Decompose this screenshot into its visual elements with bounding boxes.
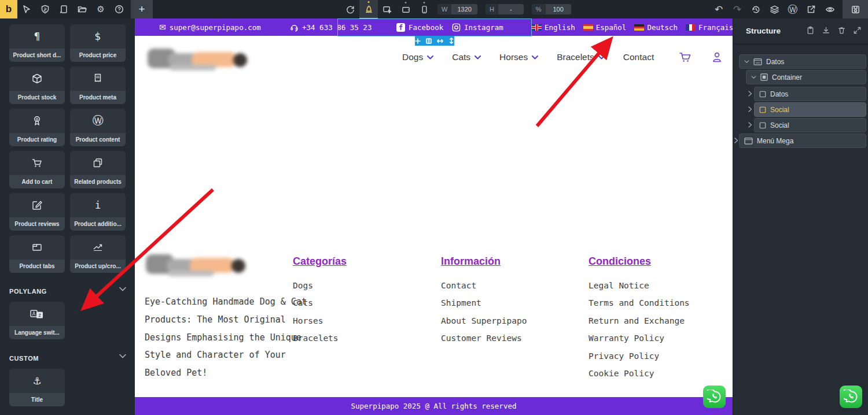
undo-icon[interactable]: ↶ — [709, 0, 728, 18]
tree-node-container[interactable]: Container — [746, 70, 866, 84]
footer-link[interactable]: Shipment — [441, 298, 481, 307]
footer-link[interactable]: Warranty Policy — [589, 334, 664, 343]
element-tile-add-to-cart[interactable]: Add to cart — [9, 151, 65, 188]
width-field[interactable]: W 1320 — [437, 4, 477, 14]
editor-canvas: ✉ super@superpipapo.com +34 633 86 35 23… — [135, 18, 733, 415]
element-tile-product-short-description[interactable]: ¶ Product short d... — [9, 24, 65, 62]
element-tile-product-upsells[interactable]: Product up/cro... — [70, 235, 126, 273]
tree-node-social-selected[interactable]: Social — [754, 102, 866, 117]
element-tile-language-switcher[interactable]: Az Language swit... — [9, 302, 65, 339]
element-tile-title[interactable]: ⚓ Title — [9, 369, 65, 406]
element-tile-product-rating[interactable]: Product rating — [9, 109, 65, 146]
footer-link[interactable]: About Superpipapo — [441, 316, 527, 325]
footer-link[interactable]: Bracelets — [293, 334, 339, 343]
language-french[interactable]: Français — [698, 23, 733, 32]
desktop-breakpoint-icon[interactable] — [359, 0, 378, 19]
refresh-icon[interactable] — [341, 0, 359, 18]
whatsapp-button-floating[interactable] — [840, 386, 862, 408]
language-spanish[interactable]: Español — [596, 23, 627, 32]
tree-node-datos-div[interactable]: Datos — [754, 87, 866, 101]
nav-item-cats[interactable]: Cats — [452, 52, 481, 62]
footer-link[interactable]: Customer Reviews — [441, 334, 522, 343]
footer-logo[interactable] — [145, 252, 252, 281]
pages-icon[interactable] — [54, 0, 73, 18]
custom-section-header[interactable]: CUSTOM — [9, 355, 39, 362]
element-tile-product-meta[interactable]: Product meta — [70, 66, 126, 104]
breakpoint-cursor-icon[interactable] — [378, 0, 396, 18]
folder-icon[interactable] — [73, 0, 91, 18]
nav-item-bracelets[interactable]: Bracelets — [557, 52, 605, 62]
tree-node-social[interactable]: Social — [754, 118, 866, 132]
cart-icon[interactable] — [678, 51, 692, 64]
add-icon[interactable] — [415, 38, 421, 44]
language-english[interactable]: English — [545, 23, 575, 32]
footer-link[interactable]: Dogs — [293, 281, 313, 290]
footer-link[interactable]: Return and Exchange — [589, 316, 685, 325]
tablet-breakpoint-icon[interactable] — [396, 0, 415, 18]
flag-france-icon[interactable] — [686, 24, 696, 31]
add-element-button[interactable]: + — [131, 0, 153, 18]
save-button[interactable] — [843, 0, 868, 18]
polylang-collapse-chevron-icon[interactable] — [119, 287, 126, 291]
nav-item-dogs[interactable]: Dogs — [402, 52, 433, 62]
paste-icon[interactable] — [806, 26, 815, 35]
wordpress-icon[interactable]: Ⓦ — [784, 0, 802, 18]
footer-heading-categories[interactable]: Categorías — [293, 255, 347, 268]
chevron-right-icon[interactable] — [748, 91, 754, 97]
footer-heading-information[interactable]: Información — [441, 255, 501, 268]
nav-item-contact[interactable]: Contact — [623, 52, 654, 62]
breakdance-logo[interactable]: b — [0, 0, 17, 18]
footer-link[interactable]: Cookie Policy — [589, 369, 654, 378]
footer-link[interactable]: Horses — [293, 316, 323, 325]
trend-up-icon — [70, 235, 126, 260]
flag-spain-icon[interactable] — [583, 24, 593, 31]
custom-collapse-chevron-icon[interactable] — [119, 354, 126, 358]
element-tile-product-reviews[interactable]: Product reviews — [9, 193, 65, 231]
footer-link[interactable]: Privacy Policy — [589, 351, 659, 361]
element-tile-product-stock[interactable]: Product stock — [9, 66, 65, 104]
footer-link[interactable]: Terms and Conditions — [589, 298, 690, 307]
chevron-right-icon[interactable] — [748, 122, 754, 128]
gear-icon[interactable]: ⚙ — [91, 0, 110, 18]
flag-uk-icon[interactable] — [532, 24, 542, 31]
preview-eye-icon[interactable] — [821, 0, 839, 18]
element-tile-product-price[interactable]: $ Product price — [70, 24, 126, 62]
history-icon[interactable] — [746, 0, 765, 18]
polylang-section-header[interactable]: POLYLANG — [9, 288, 47, 295]
element-tile-product-tabs[interactable]: Product tabs — [9, 235, 65, 273]
tree-node-datos-section[interactable]: Datos — [739, 54, 866, 69]
expand-panel-icon[interactable] — [853, 26, 862, 35]
element-tile-product-additional-info[interactable]: i Product additio... — [70, 193, 126, 231]
footer-link[interactable]: Contact — [441, 281, 476, 290]
horizontal-resize-icon[interactable] — [437, 38, 443, 44]
vertical-resize-icon[interactable] — [448, 38, 454, 44]
account-icon[interactable] — [711, 51, 723, 64]
flag-germany-icon[interactable] — [634, 24, 644, 31]
height-field[interactable]: H - — [486, 4, 524, 14]
nav-item-horses[interactable]: Horses — [499, 52, 538, 62]
phone-breakpoint-icon[interactable] — [415, 0, 433, 18]
element-tile-related-products[interactable]: Related products — [70, 151, 126, 188]
select-tool-icon[interactable] — [17, 0, 36, 18]
receipt-icon — [70, 66, 126, 91]
layers-icon[interactable] — [765, 0, 784, 18]
shield-icon[interactable] — [36, 0, 54, 18]
redo-icon[interactable]: ↷ — [728, 0, 746, 18]
mail-icon: ✉ — [159, 23, 166, 32]
topbar-email[interactable]: ✉ super@superpipapo.com — [159, 18, 261, 36]
help-icon[interactable] — [110, 0, 128, 18]
open-external-icon[interactable] — [802, 0, 821, 18]
footer-heading-conditions[interactable]: Condiciones — [589, 255, 651, 268]
columns-icon[interactable] — [426, 38, 432, 44]
site-logo[interactable] — [146, 46, 253, 74]
whatsapp-button[interactable] — [703, 386, 726, 408]
footer-link[interactable]: Legal Notice — [589, 281, 649, 290]
delete-icon[interactable] — [837, 26, 846, 35]
language-german[interactable]: Deutsch — [647, 23, 678, 32]
import-icon[interactable] — [822, 26, 830, 35]
zoom-field[interactable]: % 100 — [532, 4, 571, 14]
footer-link[interactable]: Cats — [293, 298, 313, 307]
element-tile-product-content[interactable]: Ⓦ Product content — [70, 109, 126, 146]
chevron-right-icon[interactable] — [748, 106, 754, 112]
tree-node-menu-mega[interactable]: Menú Mega — [739, 134, 866, 148]
